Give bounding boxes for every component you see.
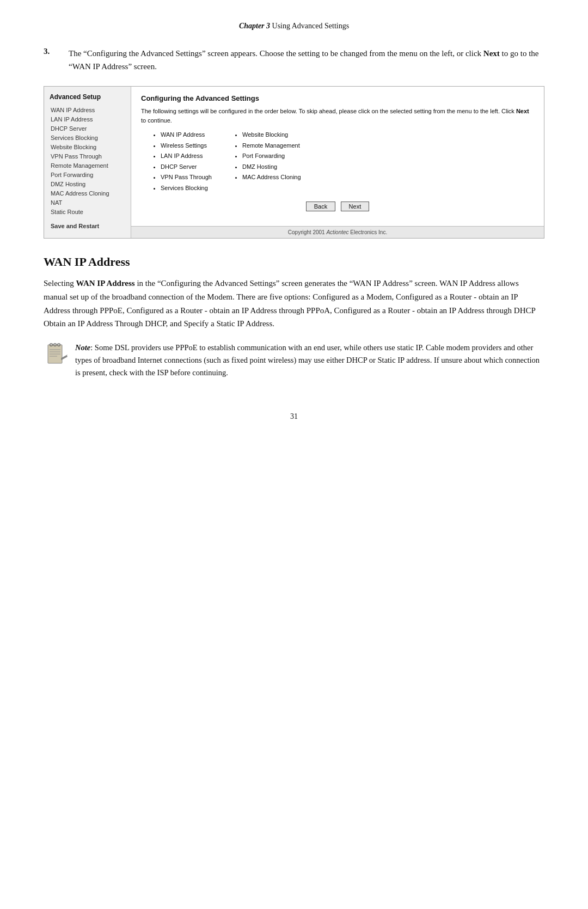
ui-bullet-col-1: WAN IP Address Wireless Settings LAN IP … [152,130,212,194]
bullet-remote: Remote Management [242,141,301,150]
sidebar-item-port-fwd[interactable]: Port Forwarding [50,171,125,179]
chapter-title: Using Advanced Settings [272,22,350,30]
bullet-dhcp: DHCP Server [161,162,212,172]
step-number: 3. [44,47,59,73]
ui-main-wrapper: Configuring the Advanced Settings The fo… [131,87,544,238]
next-ref-desc: Next [516,108,529,114]
sidebar-item-remote-mgmt[interactable]: Remote Management [50,162,125,169]
bullet-port: Port Forwarding [242,151,301,161]
note-text: Note: Some DSL providers use PPPoE to es… [75,341,544,380]
page-number: 31 [44,412,544,421]
bullet-wireless: Wireless Settings [161,141,212,150]
chapter-header: Chapter 3 Using Advanced Settings [44,22,544,30]
sidebar-item-nat[interactable]: NAT [50,199,125,206]
bullet-mac: MAC Address Cloning [242,173,301,182]
next-button[interactable]: Next [341,202,370,211]
step-3-text: The “Configuring the Advanced Settings” … [69,47,544,73]
wan-term-bold: WAN IP Address [76,279,135,288]
ui-sidebar: Advanced Setup WAN IP Address LAN IP Add… [44,87,131,238]
note-block: Note: Some DSL providers use PPPoE to es… [44,341,544,380]
svg-marker-8 [62,355,68,360]
sidebar-item-dhcp[interactable]: DHCP Server [50,125,125,132]
bullet-list-2: Website Blocking Remote Management Port … [234,130,301,182]
back-button[interactable]: Back [306,202,335,211]
bullet-list-1: WAN IP Address Wireless Settings LAN IP … [152,130,212,192]
ui-bullet-col-2: Website Blocking Remote Management Port … [234,130,301,194]
bullet-services: Services Blocking [161,184,212,193]
sidebar-item-wan-ip[interactable]: WAN IP Address [50,106,125,114]
note-content: : Some DSL providers use PPPoE to establ… [75,343,540,377]
wan-section-body: Selecting WAN IP Address in the “Configu… [44,277,544,331]
sidebar-item-vpn[interactable]: VPN Pass Through [50,152,125,160]
ui-main: Configuring the Advanced Settings The fo… [131,87,544,226]
sidebar-item-lan-ip[interactable]: LAN IP Address [50,115,125,123]
sidebar-title: Advanced Setup [50,93,125,101]
bullet-website: Website Blocking [242,130,301,139]
wan-section-heading: WAN IP Address [44,255,544,269]
bullet-vpn: VPN Pass Through [161,173,212,182]
bullet-lan: LAN IP Address [161,151,212,161]
sidebar-save-restart[interactable]: Save and Restart [50,222,125,230]
note-icon [44,343,69,368]
ui-mockup: Advanced Setup WAN IP Address LAN IP Add… [44,86,544,239]
bullet-wan: WAN IP Address [161,130,212,139]
ui-main-desc: The following settings will be configure… [141,107,534,125]
ui-main-title: Configuring the Advanced Settings [141,94,534,102]
sidebar-item-mac-clone[interactable]: MAC Address Cloning [50,190,125,197]
next-bold-ref: Next [483,49,500,58]
ui-buttons: Back Next [141,202,534,211]
sidebar-item-dmz[interactable]: DMZ Hosting [50,180,125,188]
copyright-brand: Actiontec [326,229,348,235]
sidebar-item-services-blocking[interactable]: Services Blocking [50,134,125,142]
sidebar-item-static-route[interactable]: Static Route [50,208,125,216]
chapter-label: Chapter 3 [239,22,270,30]
step-3-block: 3. The “Configuring the Advanced Setting… [44,47,544,73]
ui-bullet-columns: WAN IP Address Wireless Settings LAN IP … [152,130,534,194]
note-label: Note [75,343,90,352]
bullet-dmz: DMZ Hosting [242,162,301,172]
sidebar-item-website-blocking[interactable]: Website Blocking [50,143,125,151]
ui-copyright: Copyright 2001 Actiontec Electronics Inc… [131,226,544,238]
